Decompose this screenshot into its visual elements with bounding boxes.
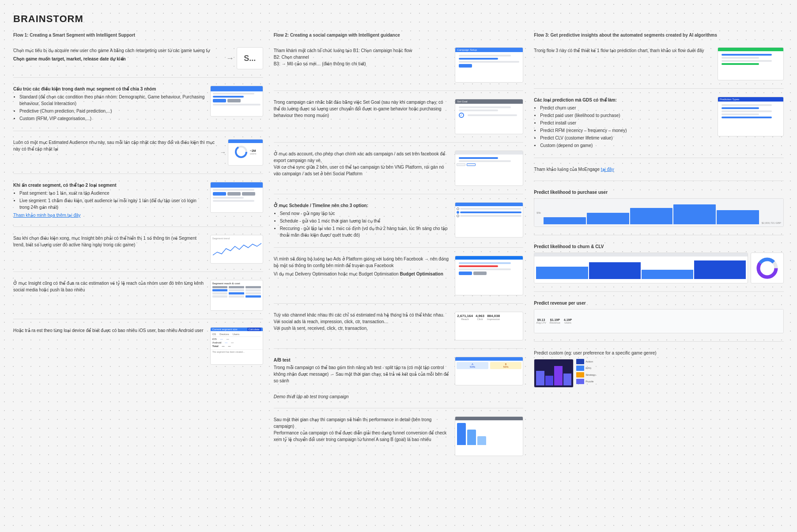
column-3: Flow 3: Get predictive insights about th… [534,33,784,388]
flow-title-3: Flow 3: Get predictive insights about th… [534,33,784,38]
c3-section-5: Predict likelihood to churn & CLV [534,243,784,283]
arrow-icon-1: → [226,54,234,63]
c3-section-4: Predict likelihood to purchase user $5k … [534,189,784,227]
c3-ux-flow-mock [718,47,784,80]
estimated-audience-mock: ~2M users [228,139,263,166]
c3-prediction-list: Predict churn user Predict paid user (li… [534,105,713,149]
flow-title-2: Flow 2: Creating a social campaign with … [274,33,524,38]
c3-section-6: Predict revenue per user $9.13 Avg LTV $… [534,300,784,333]
section-1: Chọn mục tiêu bị dụ acquire new user cho… [13,47,263,69]
c3-section-7: Predict custom (eg: user preference for … [534,350,784,388]
columns-wrapper: Flow 1: Creating a Smart Segment with In… [13,33,784,456]
section-7: Hoặc trả ra est theo từng loại device để… [13,327,263,365]
s-box: S... [237,47,263,69]
section-2-list: Standard (để chọn các condition theo phầ… [13,94,206,122]
c2-ads-account-mock [455,151,523,186]
segment-type-mock [210,182,263,213]
section-2: Cấu trúc các điều kiện trong danh mục se… [13,86,263,123]
section-3: Luôn có một mục Estimated Audience như n… [13,139,263,166]
c2-section-2: Trong campaign cần nhắc bắt đầu bằng việ… [274,99,524,134]
c2-section-8: A/B test Trong mỗi campaign có thể bao g… [274,357,524,385]
c3-section-1: Trong flow 3 này có thể thiết kế 1 flow … [534,47,784,80]
section-1-text: Chọn mục tiêu bị dụ acquire new user cho… [13,47,222,62]
c3-section-3: Tham khảo luồng của MoEngage tại đây [534,166,784,173]
c2-section-4: Ở mục Schedule / Timeline nên cho 3 opti… [274,202,524,239]
c2-metrics-mock: 2,671,164 Reach 4,963 Click 884,038 Impr… [455,312,523,340]
c2-section-1: Tham khám một cách tổ chức luồng tạo B1:… [274,47,524,83]
c2-section-10: Sau một thời gian chạy thì campaign sẽ h… [274,416,524,456]
c2-funnel-mock [455,416,523,456]
insight-chart-mock: Segment trend [210,235,263,264]
column-1: Flow 1: Creating a Smart Segment with In… [13,33,263,365]
moengage-link[interactable]: tại đây [601,167,614,172]
section-4-list: Past segment: tạo 1 lần, xuất ra tập Aud… [13,190,206,211]
c3-custom-bar-legend: Action RPG Strategy Puzzle [576,359,595,388]
c3-section-2: Các loại prediction mà GDS có thể làm: P… [534,97,784,150]
c2-abtest-mock: A50% B50% [455,357,523,385]
page-wrapper: BRAINSTORM Flow 1: Creating a Smart Segm… [13,13,784,456]
page-title: BRAINSTORM [13,13,784,25]
reach-estimation-mock: Segment reach & cost [210,280,263,311]
segment-ui-mock [210,86,263,117]
arrow-icon-2: → [220,149,226,156]
c3-prediction-types-mock: Prediction Types [718,97,784,136]
c3-revenue-mock: $9.13 Avg LTV $1.19P Revenue 4.19P Users [534,309,784,333]
c2-fb-sync-mock [455,256,523,295]
section-5: Sau khi chọn điều kiện xong, mục Insight… [13,235,263,264]
c3-custom-charts: Action RPG Strategy Puzzle [534,359,784,388]
c2-section-7: Tuỳ vào channel khác nhau thì các chỉ số… [274,312,524,340]
c3-churn-clv-charts [534,253,784,283]
c3-custom-dark-chart [534,359,574,388]
flow-title-1: Flow 1: Creating a Smart Segment with In… [13,33,263,38]
section-4-link[interactable]: Tham khảo minh họa thêm tại đây [13,213,81,218]
section-4: Khi ấn create segment, có thể tạo 2 loại… [13,182,263,219]
c3-churn-bar-chart [534,253,748,283]
device-estimation-mock: Current segment size Calculate OSDevices… [210,327,263,365]
c2-section-3: Ở mục ads account, cho phép chọn chính x… [274,151,524,186]
c3-purchase-chart: $5k $2,000,721 GBP [534,198,784,227]
column-2: Flow 2: Creating a social campaign with … [274,33,524,456]
section-6: Ở mục Insight cũng có thể đưa ra các est… [13,280,263,311]
c2-section-5: Vì mình sẽ đồng bộ luồng tạo Ads ở Platf… [274,256,524,295]
c2-schedule-mock [455,202,523,238]
c2-campaign-setup-mock: Campaign Setup [455,47,523,83]
c3-clv-donut-chart [751,253,784,283]
c2-schedule-list: Send now - gửi ngay lập tức Schedule - g… [274,210,451,238]
c2-demo-text: Demo thiết lập ab test trong campaign [274,393,524,400]
c2-set-goal-mock: Set Goal ✓ [455,99,523,134]
